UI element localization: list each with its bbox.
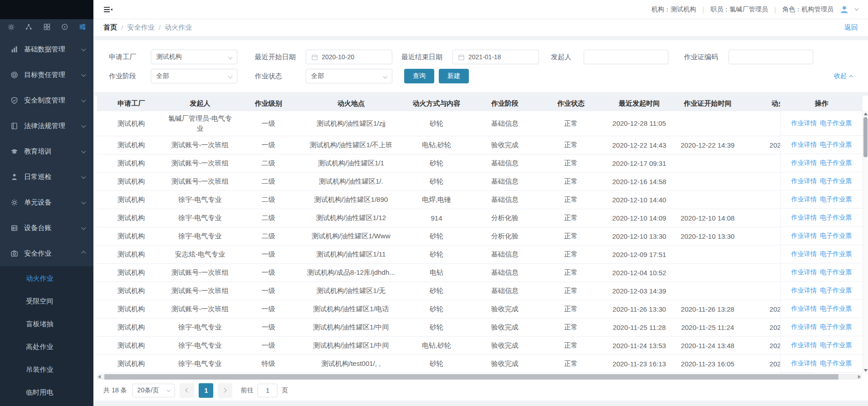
table-cell: 2020-11-26 13:28 — [673, 300, 742, 318]
table-cell: 一级 — [235, 111, 302, 136]
table-cell: 测试机构 — [97, 209, 165, 227]
inspector-icon — [10, 173, 18, 181]
goto-page-input[interactable] — [257, 384, 277, 397]
electronic-ticket-link[interactable]: 电子作业票 — [820, 232, 852, 240]
table-cell: 正常 — [537, 336, 605, 355]
table-cell: 测试机构 — [97, 318, 165, 336]
table-cell — [673, 111, 742, 136]
separator: | — [703, 6, 704, 13]
avatar[interactable] — [840, 5, 849, 14]
table-cell: 测试机构/油性罐区1/. — [302, 172, 400, 190]
sidebar-menu-item[interactable]: 安全制度管理 — [0, 87, 93, 113]
electronic-ticket-link[interactable]: 电子作业票 — [820, 141, 852, 149]
electronic-ticket-link[interactable]: 电子作业票 — [820, 177, 852, 185]
electronic-ticket-link[interactable]: 电子作业票 — [820, 195, 852, 204]
sidebar-menu-item[interactable]: 设备台账 — [0, 215, 93, 241]
sidebar-menu-item[interactable]: 安全作业 — [0, 241, 93, 266]
table-row: 测试机构徐宇-电气专业二级测试机构/油性罐区1/Www砂轮分析化验正常2020-… — [97, 227, 815, 245]
scroll-right-arrow-icon[interactable] — [858, 375, 861, 379]
grid-icon[interactable] — [43, 23, 51, 31]
breadcrumb-home[interactable]: 首页 — [103, 23, 117, 32]
job-detail-link[interactable]: 作业详情 — [791, 250, 817, 258]
table-cell: 2020-12-22 14:39 — [673, 136, 742, 154]
column-header: 作业证开始时间 — [673, 96, 742, 111]
table-cell: 2020-11-25 11:28 — [605, 318, 673, 336]
job-detail-link[interactable]: 作业详情 — [791, 195, 817, 204]
job-detail-link[interactable]: 作业详情 — [791, 341, 817, 349]
horizontal-scrollbar[interactable] — [97, 374, 862, 380]
scroll-down-arrow-icon[interactable] — [864, 369, 868, 372]
job-detail-link[interactable]: 作业详情 — [791, 305, 817, 313]
table-cell: 测试机构 — [97, 336, 165, 355]
electronic-ticket-link[interactable]: 电子作业票 — [820, 305, 852, 313]
job-detail-link[interactable]: 作业详情 — [791, 177, 817, 185]
stage-select[interactable]: 全部 — [151, 69, 237, 83]
job-detail-link[interactable]: 作业详情 — [791, 323, 817, 331]
sidebar-submenu-item[interactable]: 吊装作业 — [0, 358, 93, 381]
electronic-ticket-link[interactable]: 电子作业票 — [820, 323, 852, 331]
sidebar-submenu-item[interactable]: 动火作业 — [0, 267, 93, 290]
factory-select[interactable]: 测试机构 — [151, 50, 237, 64]
sidebar-submenu-item[interactable]: 临时用电 — [0, 381, 93, 404]
scroll-left-arrow-icon[interactable] — [98, 375, 101, 379]
table-cell — [673, 154, 742, 172]
electronic-ticket-link[interactable]: 电子作业票 — [820, 341, 852, 349]
sidebar-submenu-item[interactable]: 高处作业 — [0, 335, 93, 358]
record-icon[interactable] — [61, 23, 69, 31]
sidebar-menu-item[interactable]: 日常巡检 — [0, 164, 93, 190]
gear-icon — [10, 198, 18, 206]
end-date-input[interactable]: 2021-01-18 — [452, 50, 539, 64]
vertical-scrollbar-thumb[interactable] — [863, 117, 868, 157]
start-date-value: 2020-10-20 — [322, 53, 354, 61]
table-row: 测试机构测试账号-一次班组二级测试机构/油性罐区1/1砂轮基础信息正常2020-… — [97, 154, 815, 172]
job-detail-link[interactable]: 作业详情 — [791, 119, 817, 128]
table-cell: 一级 — [235, 136, 302, 154]
sidebar-menu-item[interactable]: 教育培训 — [0, 139, 93, 164]
horizontal-scrollbar-thumb[interactable] — [104, 374, 838, 380]
job-detail-link[interactable]: 作业详情 — [791, 232, 817, 240]
job-detail-link[interactable]: 作业详情 — [791, 268, 817, 277]
electronic-ticket-link[interactable]: 电子作业票 — [820, 214, 852, 222]
sidebar-submenu-item[interactable]: 受限空间 — [0, 290, 93, 313]
settings-gear-icon[interactable] — [7, 23, 15, 31]
create-button[interactable]: 新建 — [439, 69, 469, 83]
job-detail-link[interactable]: 作业详情 — [791, 214, 817, 222]
sidebar-menu-item[interactable]: 基础数据管理 — [0, 36, 93, 62]
start-date-input[interactable]: 2020-10-20 — [306, 50, 392, 64]
next-page-button[interactable] — [218, 383, 232, 398]
vertical-scrollbar[interactable] — [863, 111, 868, 373]
breadcrumb-item-safety-work[interactable]: 安全作业 — [127, 23, 154, 32]
sidebar-menu-item[interactable]: 目标责任管理 — [0, 62, 93, 87]
page-size-select[interactable]: 20条/页 — [132, 384, 175, 397]
electronic-ticket-link[interactable]: 电子作业票 — [820, 287, 852, 295]
electronic-ticket-link[interactable]: 电子作业票 — [820, 119, 852, 128]
prev-page-button[interactable] — [180, 383, 194, 398]
scroll-up-arrow-icon[interactable] — [864, 113, 868, 115]
status-select[interactable]: 全部 — [306, 69, 392, 83]
current-page-button[interactable]: 1 — [199, 383, 213, 398]
job-detail-link[interactable]: 作业详情 — [791, 141, 817, 149]
sidebar-menu-item[interactable]: 法律法规管理 — [0, 113, 93, 139]
staff-label: 职员：氯碱厂管理员 — [710, 5, 768, 14]
sidebar-menu-item[interactable]: 单元设备 — [0, 190, 93, 215]
org-label: 机构：测试机构 — [652, 5, 696, 14]
sidebar-submenu-item[interactable]: 盲板堵抽 — [0, 313, 93, 335]
table-cell: 分析化验 — [473, 227, 537, 245]
electronic-ticket-link[interactable]: 电子作业票 — [820, 268, 852, 277]
nodes-icon[interactable] — [25, 23, 33, 31]
user-menu-caret-icon[interactable] — [855, 7, 858, 10]
job-detail-link[interactable]: 作业详情 — [791, 159, 817, 167]
job-detail-link[interactable]: 作业详情 — [791, 360, 817, 368]
table-cell: 测试机构/油性罐区1/无 — [302, 282, 400, 300]
job-detail-link[interactable]: 作业详情 — [791, 287, 817, 295]
electronic-ticket-link[interactable]: 电子作业票 — [820, 159, 852, 167]
electronic-ticket-link[interactable]: 电子作业票 — [820, 360, 852, 368]
permit-no-input[interactable] — [729, 50, 813, 64]
initiator-input[interactable] — [584, 50, 668, 64]
sidebar-fold-icon[interactable] — [103, 6, 113, 13]
electronic-ticket-link[interactable]: 电子作业票 — [820, 250, 852, 258]
collapse-filters-link[interactable]: 收起 — [834, 72, 853, 80]
back-link[interactable]: 返回 — [844, 23, 858, 32]
sliders-icon[interactable] — [78, 23, 87, 31]
search-button[interactable]: 查询 — [404, 69, 434, 83]
